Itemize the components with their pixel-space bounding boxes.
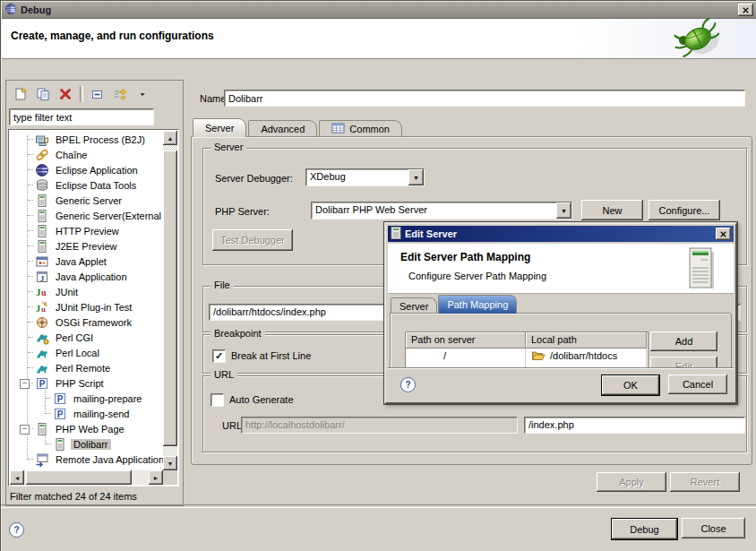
break-at-first-line-checkbox[interactable]: ✓	[212, 349, 226, 363]
tree-item-label: PHP Script	[53, 378, 107, 389]
perl-icon	[35, 361, 49, 375]
tree-item-osgi-framework[interactable]: OSGi Framework	[9, 314, 163, 330]
tree-item-generic-server[interactable]: Generic Server	[9, 193, 163, 208]
dialog-close-button[interactable]	[716, 228, 731, 240]
tree-item-java-application[interactable]: JJava Application	[9, 269, 163, 284]
svg-text:J: J	[40, 273, 45, 282]
tree-item-dolibarr[interactable]: Dolibarr	[9, 436, 163, 452]
configurations-toolbar	[8, 82, 152, 105]
new-server-button[interactable]: New	[581, 200, 643, 220]
menu-dropdown-icon[interactable]	[133, 84, 152, 104]
collapse-expander-icon[interactable]: −	[20, 425, 30, 435]
filter-input[interactable]	[9, 108, 154, 125]
chevron-down-icon[interactable]: ▼	[556, 202, 571, 219]
ok-button[interactable]: OK	[601, 375, 660, 396]
tab-server[interactable]: Server	[391, 297, 437, 314]
tree-item-php-script[interactable]: −PPHP Script	[9, 375, 163, 391]
horizontal-scroll-thumb[interactable]	[26, 470, 132, 485]
scroll-down-icon[interactable]: ▼	[163, 456, 177, 470]
filter-configurations-icon[interactable]	[110, 84, 130, 104]
svg-text:u: u	[41, 288, 47, 297]
tab-path-mapping[interactable]: Path Mapping	[438, 295, 517, 314]
url-path-input[interactable]: /index.php	[524, 417, 745, 434]
tree-item-cha-ne[interactable]: Chaîne	[9, 147, 163, 162]
delete-configuration-icon[interactable]	[56, 84, 75, 104]
local-path-cell: /dolibarr/htdocs	[550, 350, 617, 361]
help-icon[interactable]: ?	[400, 377, 416, 392]
tab-label: Advanced	[261, 124, 305, 134]
tab-common[interactable]: Common	[319, 120, 402, 137]
debug-window: Debug Create, manage, and run configurat…	[0, 0, 756, 551]
tree-item-label: J2EE Preview	[53, 241, 119, 252]
table-row[interactable]: //dolibarr/htdocs	[406, 349, 648, 363]
tree-item-j2ee-preview[interactable]: J2EE Preview	[9, 238, 163, 254]
window-close-button[interactable]	[738, 4, 753, 16]
test-debugger-button[interactable]: Test Debugger	[212, 229, 293, 251]
dialog-subheading: Configure Server Path Mapping	[408, 271, 546, 281]
duplicate-configuration-icon[interactable]	[33, 84, 53, 104]
tree-item-generic-server-external-la[interactable]: Generic Server(External La	[9, 208, 163, 223]
tree-item-remote-java-application[interactable]: Remote Java Application	[9, 452, 163, 467]
filter-status: Filter matched 24 of 24 items	[10, 491, 137, 502]
tree-item-label: Remote Java Application	[53, 454, 163, 465]
server-debugger-select[interactable]: XDebug ▼	[305, 168, 425, 186]
collapse-expander-icon[interactable]: −	[20, 379, 30, 389]
eclipse-logo-icon	[4, 3, 17, 17]
tree-item-eclipse-application[interactable]: Eclipse Application	[9, 162, 163, 177]
tab-advanced[interactable]: Advanced	[248, 120, 317, 137]
tree-item-java-applet[interactable]: Java Applet	[9, 254, 163, 269]
close-button[interactable]: Close	[682, 518, 745, 538]
tree-item-mailing-prepare[interactable]: Pmailing-prepare	[9, 391, 163, 406]
tree-item-label: Generic Server	[53, 195, 125, 206]
help-icon[interactable]: ?	[9, 522, 24, 538]
tree-item-label: mailing-prepare	[71, 393, 144, 404]
tree-item-php-web-page[interactable]: −PHP Web Page	[9, 421, 163, 436]
dialog-heading: Edit Server Path Mapping	[400, 251, 530, 263]
tree-item-http-preview[interactable]: HTTP Preview	[9, 223, 163, 238]
tree-item-junit[interactable]: JuJUnit	[9, 284, 163, 299]
local-path-cell-wrap[interactable]: /dolibarr/htdocs	[526, 349, 647, 363]
tree-item-label: Perl CGI	[53, 332, 96, 343]
path-mapping-table[interactable]: Path on serverLocal path//dolibarr/htdoc…	[405, 331, 649, 370]
configure-server-button[interactable]: Configure...	[649, 200, 720, 220]
tree-item-label: Java Application	[53, 271, 130, 282]
tree-item-label: HTTP Preview	[53, 226, 122, 237]
tree-vertical-scrollbar[interactable]: ▲ ▼	[163, 131, 177, 470]
debug-button[interactable]: Debug	[611, 518, 678, 540]
window-titlebar[interactable]: Debug	[2, 2, 756, 19]
scroll-up-icon[interactable]: ▲	[163, 131, 177, 145]
scroll-left-icon[interactable]: ◄	[10, 470, 24, 485]
column-header-path-on-server[interactable]: Path on server	[406, 332, 526, 349]
path-on-server-cell[interactable]: /	[406, 349, 526, 363]
server-icon	[35, 239, 49, 254]
dialog-title: Edit Server	[405, 228, 457, 239]
cancel-button[interactable]: Cancel	[668, 375, 727, 394]
svg-text:J: J	[36, 304, 40, 314]
collapse-all-icon[interactable]	[88, 84, 107, 104]
tree-item-perl-remote[interactable]: Perl Remote	[9, 360, 163, 375]
php-server-select[interactable]: Dolibarr PHP Web Server ▼	[311, 202, 572, 220]
column-header-local-path[interactable]: Local path	[526, 332, 647, 349]
tree-item-junit-plug-in-test[interactable]: JuJUnit Plug-in Test	[9, 299, 163, 314]
tree-item-perl-local[interactable]: Perl Local	[9, 345, 163, 360]
tree-item-label: Perl Local	[53, 348, 102, 358]
add-mapping-button[interactable]: Add	[650, 331, 717, 351]
tree-horizontal-scrollbar[interactable]: ◄ ►	[10, 470, 163, 485]
tab-server[interactable]: Server	[193, 118, 246, 137]
url-auto-input: http://localhostdolibarr/	[241, 417, 518, 434]
dialog-titlebar[interactable]: Edit Server	[388, 226, 734, 242]
tree-item-perl-cgi[interactable]: Perl CGI	[9, 330, 163, 345]
tree-item-eclipse-data-tools[interactable]: Eclipse Data Tools	[9, 177, 163, 193]
new-configuration-icon[interactable]	[11, 84, 30, 104]
vertical-scroll-thumb[interactable]	[163, 151, 177, 446]
auto-generate-checkbox[interactable]	[210, 393, 224, 407]
revert-button[interactable]: Revert	[670, 472, 740, 492]
tree-item-mailing-send[interactable]: Pmailing-send	[9, 406, 163, 421]
chevron-down-icon[interactable]: ▼	[408, 169, 424, 185]
name-input[interactable]	[224, 90, 745, 107]
tree-item-label: BPEL Process (B2J)	[53, 134, 148, 145]
tree-item-bpel-process-b2j-[interactable]: BPEL Process (B2J)	[9, 132, 163, 147]
scroll-right-icon[interactable]: ►	[149, 470, 163, 485]
server-icon	[391, 227, 401, 241]
apply-button[interactable]: Apply	[597, 472, 666, 492]
